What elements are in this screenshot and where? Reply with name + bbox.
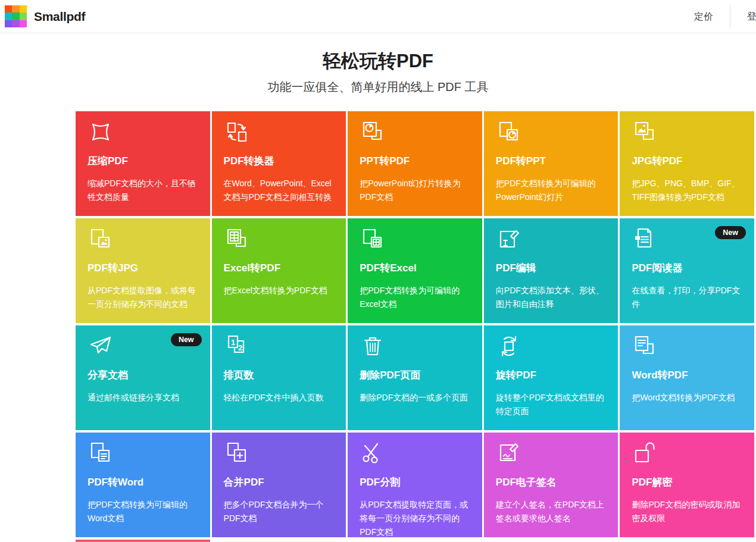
tool-title: PDF分割 (360, 475, 470, 489)
tool-desc: 在Word、PowerPoint、Excel文档与PDF文档之间相互转换 (224, 177, 335, 204)
tool-title: 排页数 (224, 368, 335, 382)
pdf-to-word-icon (88, 440, 114, 466)
tool-desc: 把PDF文档转换为可编辑的Excel文档 (360, 284, 470, 311)
tool-title: PDF转换器 (224, 154, 335, 168)
compress-icon (88, 119, 114, 145)
tool-desc: 轻松在PDF文件中插入页数 (224, 391, 335, 405)
logo-square (12, 5, 19, 12)
tool-card[interactable]: PDF电子签名 建立个人签名，在PDF文档上签名或要求他人签名 (484, 433, 618, 537)
logo-square (20, 12, 27, 20)
logo-square (12, 20, 19, 27)
brand-link[interactable]: Smallpdf (5, 5, 85, 27)
tool-card[interactable]: PDF编辑 向PDF文档添加文本、形状、图片和自由注释 (484, 218, 618, 323)
excel-to-pdf-icon (224, 226, 250, 252)
page-number-icon: 12 (224, 333, 250, 359)
tool-title: 合并PDF (224, 475, 335, 489)
nav-divider (730, 5, 730, 29)
tool-card[interactable]: PDF转换器 在Word、PowerPoint、Excel文档与PDF文档之间相… (212, 111, 346, 216)
tool-card[interactable]: PDF转Excel 把PDF文档转换为可编辑的Excel文档 (348, 218, 482, 323)
tool-card[interactable]: Word转PDF 把Word文档转换为PDF文档 (620, 325, 754, 430)
header-nav: 定价 登录 (687, 0, 756, 33)
tool-title: PDF解密 (632, 475, 742, 489)
tool-desc: 删除PDF文档的密码或取消加密及权限 (632, 498, 742, 525)
tool-title: PDF转Word (88, 475, 198, 489)
tool-desc: 把PDF文档转换为可编辑的Word文档 (88, 498, 198, 525)
converter-icon (224, 119, 250, 145)
ppt-to-pdf-icon (360, 119, 386, 145)
tool-desc: 把JPG、PNG、BMP、GIF、TIFF图像转换为PDF文档 (632, 177, 742, 204)
tool-card[interactable]: PDF转PPT 把PDF文档转换为可编辑的PowerPoint幻灯片 (484, 111, 618, 216)
tool-title: 删除PDF页面 (360, 368, 470, 382)
pdf-reader-icon (632, 226, 658, 252)
new-badge: New (171, 333, 202, 346)
tool-card[interactable]: 删除PDF页面 删除PDF文档的一或多个页面 (348, 325, 482, 430)
tool-card[interactable]: PDF转Word 把PDF文档转换为可编辑的Word文档 (76, 433, 210, 537)
pdf-edit-icon (496, 226, 522, 252)
tool-desc: 在线查看，打印，分享PDF文件 (632, 284, 742, 311)
tool-title: PDF转JPG (88, 261, 198, 275)
logo-square (5, 12, 12, 20)
esign-icon (496, 440, 522, 466)
tool-title: PDF转Excel (360, 261, 470, 275)
share-icon (88, 333, 114, 359)
hero-section: 轻松玩转PDF 功能一应俱全、简单好用的线上 PDF 工具 (0, 49, 756, 95)
tool-desc: 建立个人签名，在PDF文档上签名或要求他人签名 (496, 498, 607, 525)
pdf-to-ppt-icon (496, 119, 522, 145)
logo-square (20, 5, 27, 12)
tool-card[interactable]: PPT转PDF 把PowerPoint幻灯片转换为PDF文档 (348, 111, 482, 216)
tool-title: 压缩PDF (88, 154, 198, 168)
pdf-to-excel-icon (360, 226, 386, 252)
tool-title: PDF转PPT (496, 154, 607, 168)
jpg-to-pdf-icon (632, 119, 658, 145)
split-icon (360, 440, 386, 466)
tool-card[interactable]: 12 排页数 轻松在PDF文件中插入页数 (212, 325, 346, 430)
tool-desc: 从PDF文档提取特定页面，或将每一页分别储存为不同的PDF文档 (360, 498, 470, 537)
tool-card[interactable]: PDF转JPG 从PDF文档提取图像，或将每一页分别储存为不同的文档 (76, 218, 210, 323)
tool-card[interactable]: 旋转PDF 旋转整个PDF文档或文档里的特定页面 (484, 325, 618, 430)
tool-desc: 把Excel文档转换为PDF文档 (224, 284, 335, 297)
tool-card[interactable]: New 分享文档 通过邮件或链接分享文档 (76, 325, 210, 430)
tool-title: PDF阅读器 (632, 261, 742, 275)
tool-desc: 把PDF文档转换为可编辑的PowerPoint幻灯片 (496, 177, 607, 204)
top-header: Smallpdf 定价 登录 (0, 0, 756, 33)
partial-next-card[interactable] (76, 540, 210, 542)
page-title: 轻松玩转PDF (0, 49, 756, 74)
nav-pricing[interactable]: 定价 (687, 11, 720, 23)
tool-title: 分享文档 (88, 368, 198, 382)
tool-title: JPG转PDF (632, 154, 742, 168)
new-badge: New (715, 226, 746, 239)
tool-desc: 删除PDF文档的一或多个页面 (360, 391, 470, 405)
logo-square (5, 5, 12, 12)
tool-desc: 缩减PDF文档的大小，且不牺牲文档质量 (88, 177, 198, 204)
tool-card[interactable]: PDF分割 从PDF文档提取特定页面，或将每一页分别储存为不同的PDF文档 (348, 433, 482, 537)
tool-desc: 把Word文档转换为PDF文档 (632, 391, 742, 405)
tool-card[interactable]: PDF解密 删除PDF文档的密码或取消加密及权限 (620, 433, 754, 537)
tool-desc: 旋转整个PDF文档或文档里的特定页面 (496, 391, 607, 418)
tool-desc: 从PDF文档提取图像，或将每一页分别储存为不同的文档 (88, 284, 198, 311)
tool-card[interactable]: Excel转PDF 把Excel文档转换为PDF文档 (212, 218, 346, 323)
tool-desc: 通过邮件或链接分享文档 (88, 391, 198, 405)
tool-card[interactable]: New PDF阅读器 在线查看，打印，分享PDF文件 (620, 218, 754, 323)
pdf-to-jpg-icon (88, 226, 114, 252)
nav-login[interactable]: 登录 (740, 11, 756, 23)
rotate-icon (496, 333, 522, 359)
unlock-icon (632, 440, 658, 466)
tool-card[interactable]: 压缩PDF 缩减PDF文档的大小，且不牺牲文档质量 (76, 111, 210, 216)
tool-card[interactable]: JPG转PDF 把JPG、PNG、BMP、GIF、TIFF图像转换为PDF文档 (620, 111, 754, 216)
page-subtitle: 功能一应俱全、简单好用的线上 PDF 工具 (0, 79, 756, 95)
merge-icon (224, 440, 250, 466)
word-to-pdf-icon (632, 333, 658, 359)
brand-name: Smallpdf (34, 10, 85, 24)
tool-title: PDF编辑 (496, 261, 607, 275)
tool-card[interactable]: 合并PDF 把多个PDF文档合并为一个PDF文档 (212, 433, 346, 537)
logo-square (20, 20, 27, 27)
tool-title: PDF电子签名 (496, 475, 607, 489)
tool-title: PPT转PDF (360, 154, 470, 168)
tool-desc: 把PowerPoint幻灯片转换为PDF文档 (360, 177, 470, 204)
logo-square (12, 12, 19, 20)
tool-title: 旋转PDF (496, 368, 607, 382)
tool-title: Word转PDF (632, 368, 742, 382)
svg-text:1: 1 (230, 338, 235, 347)
logo-square (5, 20, 12, 27)
smallpdf-logo-icon (5, 5, 27, 27)
